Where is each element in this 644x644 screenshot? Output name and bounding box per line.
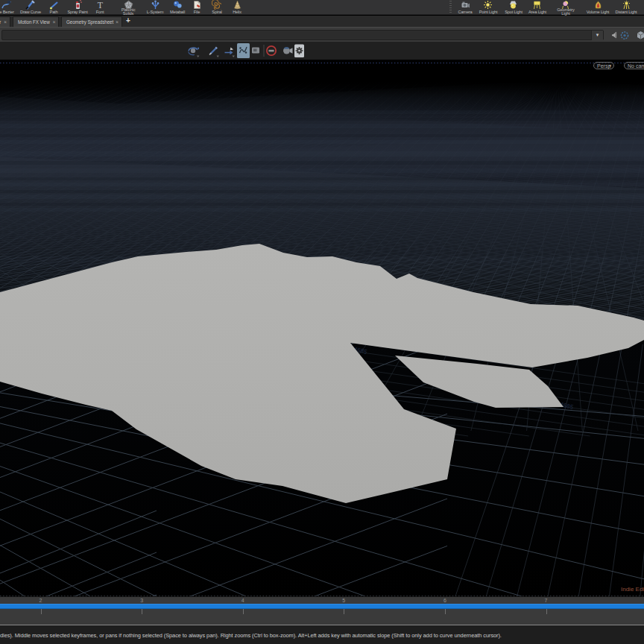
- svg-text:T: T: [98, 0, 104, 10]
